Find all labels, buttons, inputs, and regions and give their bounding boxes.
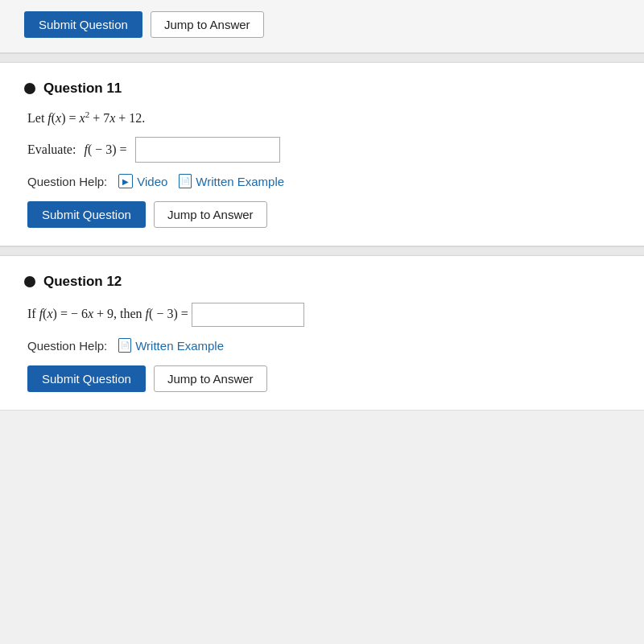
question-12-body: If f(x) = − 6x + 9, then f( − 3) = Quest… bbox=[24, 303, 620, 392]
video-icon: ▶ bbox=[118, 174, 133, 188]
top-buttons-row: Submit Question Jump to Answer bbox=[0, 0, 644, 53]
question-11-submit-button[interactable]: Submit Question bbox=[27, 201, 146, 228]
question-11-answer-input[interactable] bbox=[135, 137, 280, 163]
question-11-section: Question 11 Let f(x) = x2 + 7x + 12. Eva… bbox=[0, 63, 644, 246]
written-label-2: Written Example bbox=[135, 339, 224, 353]
question-11-help-label: Question Help: bbox=[27, 175, 107, 188]
question-12-title: Question 12 bbox=[43, 274, 122, 290]
question-11-dot bbox=[24, 83, 35, 94]
question-11-math: Let f(x) = x2 + 7x + 12. bbox=[27, 109, 620, 126]
question-11-title: Question 11 bbox=[43, 80, 122, 97]
question-11-buttons: Submit Question Jump to Answer bbox=[27, 201, 620, 228]
question-12-help-label: Question Help: bbox=[27, 339, 107, 353]
question-12-help-row: Question Help: 📄 Written Example bbox=[27, 338, 620, 353]
written-label: Written Example bbox=[196, 175, 284, 188]
question-12-math: If f(x) = − 6x + 9, then f( − 3) = bbox=[27, 303, 620, 327]
question-12-dot bbox=[24, 276, 35, 287]
question-12-written-link[interactable]: 📄 Written Example bbox=[118, 338, 224, 353]
page-container: Submit Question Jump to Answer Question … bbox=[0, 0, 644, 411]
question-11-jump-button[interactable]: Jump to Answer bbox=[154, 201, 267, 228]
question-11-help-row: Question Help: ▶ Video 📄 Written Example bbox=[27, 174, 620, 188]
evaluate-expression: f( − 3) = bbox=[84, 142, 126, 157]
question-11-header: Question 11 bbox=[24, 77, 620, 97]
question-12-section: Question 12 If f(x) = − 6x + 9, then f( … bbox=[0, 256, 644, 411]
written-example-icon: 📄 bbox=[179, 174, 192, 188]
question-12-submit-button[interactable]: Submit Question bbox=[27, 365, 146, 392]
question-12-buttons: Submit Question Jump to Answer bbox=[27, 365, 620, 392]
question-11-body: Let f(x) = x2 + 7x + 12. Evaluate: f( − … bbox=[24, 109, 620, 228]
section-divider-1 bbox=[0, 53, 644, 63]
question-12-jump-button[interactable]: Jump to Answer bbox=[154, 365, 267, 392]
question-11-written-link[interactable]: 📄 Written Example bbox=[179, 174, 284, 188]
question-11-video-link[interactable]: ▶ Video bbox=[118, 174, 167, 188]
evaluate-label: Evaluate: bbox=[27, 142, 76, 157]
section-divider-2 bbox=[0, 246, 644, 256]
top-submit-button[interactable]: Submit Question bbox=[24, 11, 142, 38]
video-label: Video bbox=[137, 175, 167, 188]
question-11-evaluate-row: Evaluate: f( − 3) = bbox=[27, 137, 620, 163]
top-jump-button[interactable]: Jump to Answer bbox=[151, 11, 264, 38]
written-example-icon-2: 📄 bbox=[118, 338, 131, 353]
question-12-header: Question 12 bbox=[24, 270, 620, 290]
question-12-answer-input[interactable] bbox=[192, 303, 304, 327]
